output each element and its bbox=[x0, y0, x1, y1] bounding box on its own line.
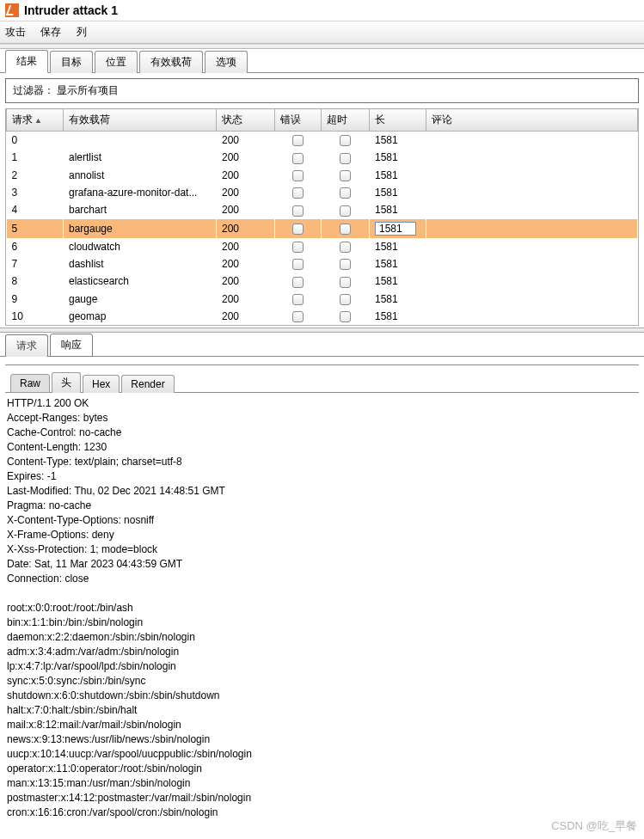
viewtab-render[interactable]: Render bbox=[121, 375, 174, 393]
viewtab-hex[interactable]: Hex bbox=[83, 375, 120, 393]
menu-save[interactable]: 保存 bbox=[40, 26, 61, 38]
tab-response[interactable]: 响应 bbox=[50, 334, 93, 357]
cell-payload: dashlist bbox=[64, 255, 217, 273]
col-payload[interactable]: 有效载荷 bbox=[64, 109, 217, 132]
table-row[interactable]: 2annolist2001581 bbox=[7, 167, 638, 184]
col-error[interactable]: 错误 bbox=[275, 109, 322, 132]
results-table-wrap: 请求▲ 有效载荷 状态 错误 超时 长 评论 020015811alertlis… bbox=[5, 108, 639, 326]
col-timeout[interactable]: 超时 bbox=[322, 109, 370, 132]
cell-error bbox=[275, 201, 322, 218]
cell-error bbox=[275, 167, 322, 184]
cell-status: 200 bbox=[217, 273, 275, 290]
cell-timeout bbox=[322, 201, 370, 218]
cell-error bbox=[275, 291, 322, 308]
cell-request: 1 bbox=[7, 149, 64, 166]
main-tabs: 结果 目标 位置 有效载荷 选项 bbox=[0, 49, 644, 73]
cell-timeout bbox=[322, 184, 370, 201]
tab-payloads[interactable]: 有效载荷 bbox=[139, 51, 203, 73]
cell-length: 1581 bbox=[370, 201, 426, 218]
cell-request: 9 bbox=[7, 291, 64, 308]
menu-attack[interactable]: 攻击 bbox=[5, 26, 26, 38]
cell-comment bbox=[426, 184, 638, 201]
cell-request: 6 bbox=[7, 238, 64, 255]
col-request[interactable]: 请求▲ bbox=[7, 109, 64, 132]
cell-payload bbox=[64, 132, 217, 150]
checkbox-icon bbox=[292, 242, 304, 253]
cell-error bbox=[275, 273, 322, 290]
tab-target[interactable]: 目标 bbox=[50, 51, 93, 73]
cell-length: 1581 bbox=[370, 255, 426, 273]
table-row[interactable]: 8elasticsearch2001581 bbox=[7, 273, 638, 290]
checkbox-icon bbox=[292, 294, 304, 305]
checkbox-icon bbox=[340, 242, 351, 253]
checkbox-icon bbox=[340, 170, 351, 181]
tab-positions[interactable]: 位置 bbox=[95, 51, 138, 73]
cell-comment bbox=[426, 219, 638, 238]
checkbox-icon bbox=[292, 187, 304, 199]
cell-status: 200 bbox=[217, 167, 275, 184]
col-length[interactable]: 长 bbox=[370, 109, 426, 132]
cell-payload: bargauge bbox=[64, 219, 217, 238]
checkbox-icon bbox=[340, 187, 351, 199]
cell-comment bbox=[426, 308, 638, 325]
cell-comment bbox=[426, 291, 638, 308]
cell-status: 200 bbox=[217, 201, 275, 218]
cell-timeout bbox=[322, 167, 370, 184]
tab-results[interactable]: 结果 bbox=[5, 50, 48, 73]
col-status[interactable]: 状态 bbox=[217, 109, 275, 132]
table-row[interactable]: 3grafana-azure-monitor-dat...2001581 bbox=[7, 184, 638, 201]
sort-asc-icon: ▲ bbox=[34, 116, 42, 125]
checkbox-icon bbox=[340, 205, 351, 217]
checkbox-icon bbox=[292, 170, 304, 181]
table-row[interactable]: 4barchart2001581 bbox=[7, 201, 638, 218]
cell-payload: gauge bbox=[64, 291, 217, 308]
cell-request: 2 bbox=[7, 167, 64, 184]
table-row[interactable]: 5bargauge2001581 bbox=[7, 219, 638, 238]
window-title: Intruder attack 1 bbox=[24, 3, 118, 17]
cell-length: 1581 bbox=[370, 238, 426, 255]
filter-bar[interactable]: 过滤器： 显示所有项目 bbox=[5, 78, 639, 103]
cell-length: 1581 bbox=[370, 308, 426, 325]
cell-payload: cloudwatch bbox=[64, 238, 217, 255]
cell-length: 1581 bbox=[370, 291, 426, 308]
cell-timeout bbox=[322, 132, 370, 150]
table-row[interactable]: 10geomap2001581 bbox=[7, 308, 638, 325]
viewtab-raw[interactable]: Raw bbox=[10, 374, 50, 393]
col-comment[interactable]: 评论 bbox=[426, 109, 638, 132]
menu-bar: 攻击 保存 列 bbox=[0, 21, 644, 44]
cell-comment bbox=[426, 167, 638, 184]
table-row[interactable]: 02001581 bbox=[7, 132, 638, 150]
cell-comment bbox=[426, 201, 638, 218]
table-row[interactable]: 6cloudwatch2001581 bbox=[7, 238, 638, 255]
app-icon bbox=[5, 3, 19, 17]
menu-columns[interactable]: 列 bbox=[77, 26, 87, 38]
cell-timeout bbox=[322, 255, 370, 273]
tab-request[interactable]: 请求 bbox=[5, 334, 48, 357]
response-body[interactable]: HTTP/1.1 200 OK Accept-Ranges: bytes Cac… bbox=[7, 396, 637, 820]
cell-payload: annolist bbox=[64, 167, 217, 184]
checkbox-icon bbox=[292, 205, 304, 217]
checkbox-icon bbox=[292, 311, 304, 322]
cell-comment bbox=[426, 132, 638, 150]
cell-length: 1581 bbox=[370, 273, 426, 290]
cell-comment bbox=[426, 273, 638, 290]
cell-status: 200 bbox=[217, 308, 275, 325]
separator bbox=[5, 357, 639, 365]
checkbox-icon bbox=[292, 135, 304, 146]
table-row[interactable]: 1alertlist2001581 bbox=[7, 149, 638, 166]
table-header-row: 请求▲ 有效载荷 状态 错误 超时 长 评论 bbox=[7, 109, 638, 132]
tab-options[interactable]: 选项 bbox=[205, 51, 248, 73]
length-editbox[interactable]: 1581 bbox=[375, 222, 416, 236]
cell-payload: barchart bbox=[64, 201, 217, 218]
checkbox-icon bbox=[340, 259, 351, 270]
reqresp-tabs: 请求 响应 bbox=[0, 333, 644, 357]
cell-payload: elasticsearch bbox=[64, 273, 217, 290]
table-row[interactable]: 9gauge2001581 bbox=[7, 291, 638, 308]
checkbox-icon bbox=[340, 294, 351, 305]
checkbox-icon bbox=[292, 277, 304, 288]
cell-status: 200 bbox=[217, 149, 275, 166]
viewtab-headers[interactable]: 头 bbox=[52, 372, 81, 393]
checkbox-icon bbox=[340, 153, 351, 164]
table-row[interactable]: 7dashlist2001581 bbox=[7, 255, 638, 273]
cell-request: 0 bbox=[7, 132, 64, 150]
